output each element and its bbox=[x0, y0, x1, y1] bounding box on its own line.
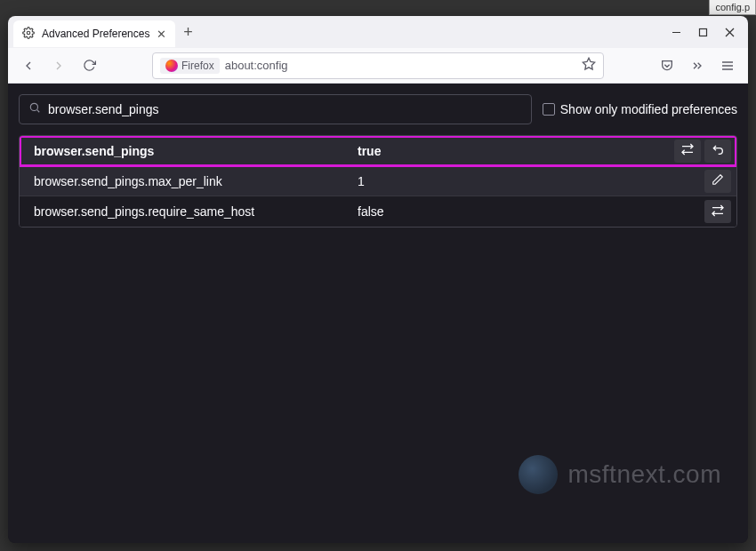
reset-icon bbox=[711, 142, 725, 159]
gear-icon bbox=[22, 27, 35, 42]
pref-actions bbox=[701, 170, 736, 193]
watermark: msftnext.com bbox=[519, 455, 721, 494]
window-close-button[interactable] bbox=[716, 28, 743, 37]
save-to-pocket-button[interactable] bbox=[655, 54, 679, 77]
overflow-menu-button[interactable] bbox=[686, 54, 709, 77]
toggle-icon bbox=[711, 204, 725, 220]
firefox-logo-icon bbox=[165, 60, 178, 72]
show-only-modified-toggle[interactable]: Show only modified preferences bbox=[543, 102, 737, 116]
url-bar[interactable]: Firefox about:config bbox=[152, 52, 604, 79]
watermark-text: msftnext.com bbox=[568, 460, 721, 489]
search-icon bbox=[28, 101, 41, 117]
new-tab-button[interactable]: + bbox=[175, 23, 200, 42]
pref-row[interactable]: browser.send_pings.require_same_hostfals… bbox=[20, 196, 736, 227]
identity-label: Firefox bbox=[181, 60, 214, 72]
back-button[interactable] bbox=[17, 54, 40, 77]
close-tab-icon[interactable]: ✕ bbox=[157, 28, 166, 41]
pref-row[interactable]: browser.send_pingstrue bbox=[20, 136, 736, 166]
pref-row[interactable]: browser.send_pings.max_per_link1 bbox=[20, 166, 736, 196]
tab-strip: Advanced Preferences ✕ + bbox=[8, 16, 748, 48]
pref-table: browser.send_pingstruebrowser.send_pings… bbox=[19, 135, 737, 228]
svg-point-9 bbox=[30, 103, 37, 110]
tab-title: Advanced Preferences bbox=[42, 28, 149, 40]
reset-button[interactable] bbox=[704, 140, 731, 163]
svg-marker-5 bbox=[583, 58, 594, 69]
pref-search-box[interactable] bbox=[19, 94, 532, 124]
bookmark-star-icon[interactable] bbox=[582, 57, 596, 74]
pref-value: 1 bbox=[358, 174, 701, 188]
pref-value: false bbox=[358, 204, 701, 219]
pref-search-input[interactable] bbox=[48, 102, 522, 116]
pref-name: browser.send_pings.require_same_host bbox=[20, 204, 358, 219]
show-only-modified-label: Show only modified preferences bbox=[560, 102, 737, 116]
browser-window: Advanced Preferences ✕ + Firefox bbox=[8, 16, 748, 543]
window-maximize-button[interactable] bbox=[689, 28, 716, 37]
svg-point-0 bbox=[27, 31, 30, 35]
pref-name: browser.send_pings bbox=[20, 144, 358, 158]
browser-tab[interactable]: Advanced Preferences ✕ bbox=[13, 20, 175, 47]
identity-box[interactable]: Firefox bbox=[160, 58, 220, 74]
globe-icon bbox=[519, 455, 558, 494]
about-config-page: Show only modified preferences browser.s… bbox=[8, 84, 748, 543]
svg-line-10 bbox=[37, 110, 40, 113]
editor-file-tab: config.p bbox=[709, 0, 756, 15]
forward-button[interactable] bbox=[47, 54, 70, 77]
pref-actions bbox=[701, 200, 736, 223]
url-text: about:config bbox=[225, 59, 288, 72]
toggle-button[interactable] bbox=[674, 140, 701, 163]
svg-rect-2 bbox=[699, 28, 706, 36]
pref-actions bbox=[671, 140, 736, 163]
app-menu-button[interactable] bbox=[716, 54, 739, 77]
reload-button[interactable] bbox=[77, 54, 101, 77]
edit-icon bbox=[712, 173, 724, 188]
pref-value: true bbox=[358, 144, 671, 158]
checkbox-icon bbox=[543, 103, 555, 116]
toggle-icon bbox=[680, 142, 695, 159]
window-minimize-button[interactable] bbox=[663, 28, 689, 37]
navigation-toolbar: Firefox about:config bbox=[8, 48, 748, 84]
pref-name: browser.send_pings.max_per_link bbox=[20, 174, 358, 188]
edit-button[interactable] bbox=[704, 170, 731, 193]
toggle-button[interactable] bbox=[704, 200, 731, 223]
